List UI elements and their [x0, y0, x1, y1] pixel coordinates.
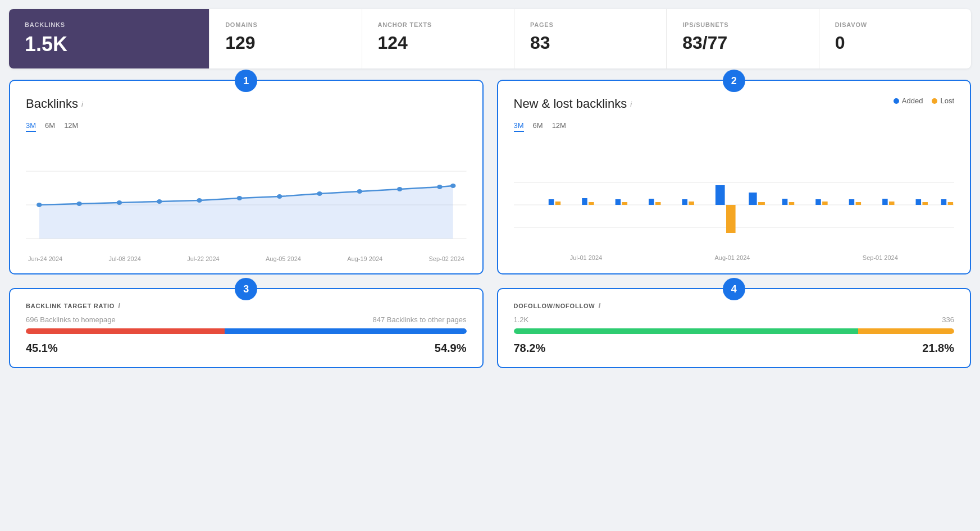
svg-rect-31 [758, 202, 765, 205]
backlink-target-info-icon[interactable]: i [118, 301, 120, 310]
backlink-bar-right [225, 328, 467, 334]
svg-rect-23 [622, 202, 627, 205]
svg-rect-27 [689, 202, 694, 205]
svg-point-10 [317, 191, 322, 196]
stat-backlinks[interactable]: BACKLINKS 1.5K [9, 9, 209, 68]
new-lost-x-axis: Jul-01 2024 Aug-01 2024 Sep-01 2024 [514, 254, 955, 261]
legend-added-dot [894, 98, 899, 104]
stat-pages[interactable]: PAGES 83 [514, 9, 667, 68]
backlinks-x-axis: Jun-24 2024 Jul-08 2024 Jul-22 2024 Aug-… [26, 255, 467, 262]
stat-ips[interactable]: IPS/SUBNETS 83/77 [667, 9, 819, 68]
svg-rect-29 [726, 205, 735, 233]
stat-anchor-value: 124 [378, 33, 498, 53]
dofollow-left-percent: 78.2% [514, 342, 546, 355]
stat-backlinks-value: 1.5K [25, 33, 193, 56]
nl-filter-3m[interactable]: 3M [514, 121, 524, 132]
card-number-3: 3 [235, 278, 257, 300]
main-grid: 1 Backlinks i 3M 6M 12M [9, 80, 971, 368]
svg-rect-26 [682, 199, 687, 205]
backlinks-card-title: Backlinks i [26, 97, 83, 111]
svg-point-3 [37, 203, 42, 207]
backlink-target-card: 3 BACKLINK TARGET RATIO i 696 Backlinks … [9, 288, 484, 368]
new-lost-chart: Jul-01 2024 Aug-01 2024 Sep-01 2024 [514, 138, 955, 261]
new-lost-info-icon[interactable]: i [630, 100, 632, 108]
dofollow-card: 4 DOFOLLOW/NOFOLLOW i 1.2K 336 78.2% 21.… [497, 288, 972, 368]
svg-rect-32 [782, 199, 787, 205]
svg-point-9 [277, 194, 282, 199]
svg-rect-28 [715, 185, 724, 205]
stat-pages-value: 83 [530, 33, 650, 53]
backlink-left-label: 696 Backlinks to homepage [26, 315, 116, 324]
dofollow-right-percent: 21.8% [922, 342, 954, 355]
backlinks-chart: Jun-24 2024 Jul-08 2024 Jul-22 2024 Aug-… [26, 138, 467, 262]
backlink-right-percent: 54.9% [435, 342, 467, 355]
nl-filter-6m[interactable]: 6M [533, 121, 543, 132]
nl-filter-12m[interactable]: 12M [552, 121, 566, 132]
card-number-4: 4 [723, 278, 745, 300]
card-number-1: 1 [235, 70, 257, 92]
dofollow-percentages: 78.2% 21.8% [514, 342, 955, 355]
svg-point-13 [437, 185, 443, 189]
svg-point-4 [76, 202, 82, 206]
stat-anchor-texts[interactable]: ANCHOR TEXTS 124 [362, 9, 514, 68]
svg-rect-35 [822, 202, 828, 205]
legend-lost-dot [932, 98, 937, 104]
svg-point-8 [237, 196, 243, 200]
legend-added: Added [894, 97, 923, 105]
filter-3m[interactable]: 3M [26, 121, 36, 132]
dofollow-bar [514, 328, 955, 334]
new-lost-card: 2 New & lost backlinks i Added Lost 3M 6… [497, 80, 972, 274]
backlink-left-percent: 45.1% [26, 342, 58, 355]
svg-rect-21 [589, 202, 594, 205]
svg-rect-39 [889, 202, 895, 205]
new-lost-card-header: New & lost backlinks i Added Lost [514, 97, 955, 113]
stat-domains-label: DOMAINS [225, 21, 345, 28]
svg-rect-19 [555, 202, 560, 205]
backlink-target-title: BACKLINK TARGET RATIO i [26, 301, 467, 310]
svg-point-6 [157, 199, 162, 204]
new-lost-card-title: New & lost backlinks i [514, 97, 632, 111]
svg-rect-24 [649, 199, 654, 205]
new-lost-time-filters: 3M 6M 12M [514, 121, 955, 132]
svg-rect-40 [915, 199, 921, 205]
svg-point-7 [197, 198, 202, 203]
filter-12m[interactable]: 12M [64, 121, 78, 132]
stat-ips-value: 83/77 [682, 33, 803, 53]
stat-disavow-label: DISAVOW [835, 21, 955, 28]
dofollow-bar-left [514, 328, 858, 334]
svg-rect-33 [788, 202, 794, 205]
stat-domains-value: 129 [225, 33, 345, 53]
svg-rect-25 [655, 202, 660, 205]
backlinks-time-filters: 3M 6M 12M [26, 121, 467, 132]
backlink-percentages: 45.1% 54.9% [26, 342, 467, 355]
svg-rect-20 [582, 198, 587, 205]
stat-anchor-label: ANCHOR TEXTS [378, 21, 498, 28]
svg-point-11 [357, 189, 363, 194]
stat-disavow-value: 0 [835, 33, 955, 53]
svg-rect-22 [615, 199, 621, 205]
svg-rect-42 [941, 199, 946, 205]
legend-lost-label: Lost [940, 97, 954, 105]
svg-rect-36 [849, 199, 854, 205]
backlink-target-bar [26, 328, 467, 334]
stat-backlinks-label: BACKLINKS [25, 21, 193, 28]
dofollow-info-icon[interactable]: i [598, 301, 600, 310]
svg-rect-18 [548, 199, 554, 205]
dofollow-title: DOFOLLOW/NOFOLLOW i [514, 301, 955, 310]
filter-6m[interactable]: 6M [45, 121, 55, 132]
stat-domains[interactable]: DOMAINS 129 [209, 9, 362, 68]
stats-bar: BACKLINKS 1.5K DOMAINS 129 ANCHOR TEXTS … [9, 9, 971, 68]
backlinks-info-icon[interactable]: i [81, 100, 83, 108]
svg-point-12 [397, 187, 403, 191]
stat-pages-label: PAGES [530, 21, 650, 28]
svg-rect-41 [922, 202, 928, 205]
backlink-target-labels: 696 Backlinks to homepage 847 Backlinks … [26, 315, 467, 324]
svg-rect-43 [947, 202, 953, 205]
svg-rect-34 [815, 199, 821, 205]
dofollow-bar-right [858, 328, 954, 334]
stat-disavow[interactable]: DISAVOW 0 [819, 9, 971, 68]
dofollow-labels: 1.2K 336 [514, 315, 955, 324]
svg-point-14 [450, 184, 456, 188]
legend-lost: Lost [932, 97, 954, 105]
new-lost-legend: Added Lost [894, 97, 954, 105]
